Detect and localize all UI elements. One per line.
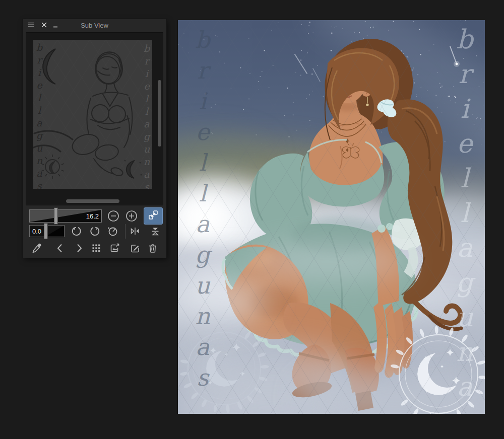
controls-divider	[125, 224, 125, 239]
edit-icon	[129, 242, 141, 254]
rotate-ccw-button[interactable]	[69, 224, 83, 238]
preview-horizontal-scrollbar[interactable]	[66, 199, 119, 203]
diamond-lattice-watermark	[178, 20, 485, 414]
panel-close-button[interactable]	[38, 20, 49, 31]
eyedropper-icon	[31, 242, 43, 254]
zoom-in-icon	[125, 209, 138, 223]
rotate-cw-icon	[89, 225, 101, 237]
zoom-slider-handle[interactable]	[54, 207, 58, 225]
chevron-left-icon	[54, 242, 66, 254]
zoom-out-button[interactable]	[106, 209, 120, 223]
rotation-slider-handle[interactable]	[44, 223, 48, 239]
minimize-icon	[52, 21, 59, 31]
subview-panel: Sub View	[23, 19, 166, 258]
close-icon	[40, 21, 48, 31]
zoom-in-button[interactable]	[124, 209, 139, 223]
rotation-value: 0.0	[32, 228, 41, 235]
fit-to-window-icon	[147, 209, 159, 223]
next-image-button[interactable]	[72, 241, 86, 255]
fit-to-window-button[interactable]	[144, 207, 163, 225]
main-canvas[interactable]: briellagunas briellagunas	[178, 20, 485, 414]
rotation-slider[interactable]: 0.0	[29, 225, 65, 237]
chevron-right-icon	[73, 242, 85, 254]
hamburger-menu-icon	[27, 21, 35, 31]
delete-button[interactable]	[146, 241, 160, 255]
panel-menu-button[interactable]	[26, 20, 37, 31]
flip-horizontal-button[interactable]	[128, 224, 142, 238]
subview-preview-area[interactable]: briellagunas briellagunas	[26, 32, 163, 205]
thumbnail-list-button[interactable]	[89, 241, 103, 255]
zoom-value: 16.2	[86, 212, 99, 220]
sketch-preview	[33, 40, 152, 189]
edit-image-button[interactable]	[128, 241, 142, 255]
previous-image-button[interactable]	[53, 241, 67, 255]
rotate-ccw-icon	[70, 225, 82, 237]
grid-icon	[90, 242, 102, 254]
desktop: { "window": { "title": "Sub View" }, "su…	[0, 0, 504, 439]
zoom-slider[interactable]: 16.2	[29, 209, 102, 223]
reset-rotation-icon	[106, 225, 118, 237]
zoom-out-icon	[107, 209, 120, 223]
subview-titlebar[interactable]: Sub View	[23, 19, 166, 32]
preview-vertical-scrollbar[interactable]	[158, 80, 161, 147]
eyedropper-button[interactable]	[30, 241, 44, 255]
import-image-button[interactable]	[108, 241, 122, 255]
flip-vertical-icon	[149, 225, 161, 237]
subview-thumbnail[interactable]: briellagunas briellagunas	[33, 40, 152, 189]
flip-horizontal-icon	[129, 225, 141, 237]
reset-rotation-button[interactable]	[105, 224, 119, 238]
artwork	[178, 20, 485, 414]
import-image-icon	[109, 242, 121, 254]
trash-icon	[147, 242, 159, 254]
panel-minimize-button[interactable]	[50, 20, 61, 31]
rotation-slider-wedge	[45, 226, 64, 237]
rotate-cw-button[interactable]	[88, 224, 102, 238]
flip-vertical-button[interactable]	[148, 224, 162, 238]
